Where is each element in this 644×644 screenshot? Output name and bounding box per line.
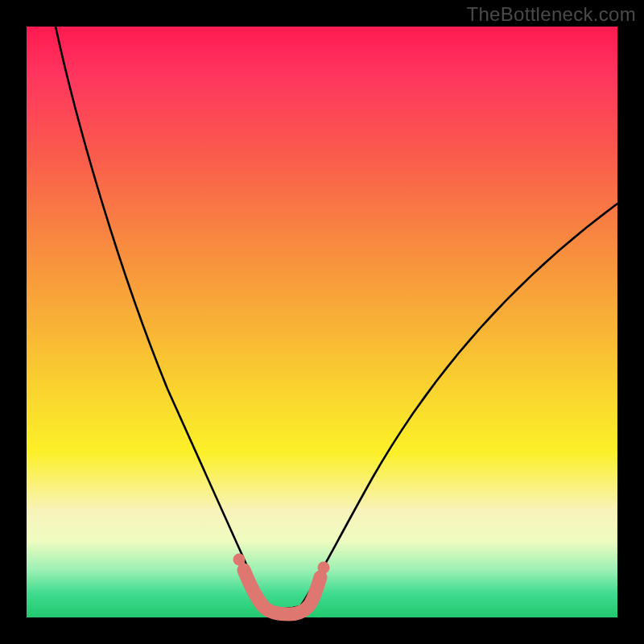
left-curve [56,27,268,606]
marker-dot-right [318,562,330,574]
chart-svg [27,27,617,617]
watermark-text: TheBottleneck.com [466,3,636,26]
right-curve [300,204,617,606]
plot-area [27,27,617,617]
marker-blob [244,570,320,614]
marker-dot-left [233,554,246,566]
chart-frame: TheBottleneck.com [0,0,644,644]
